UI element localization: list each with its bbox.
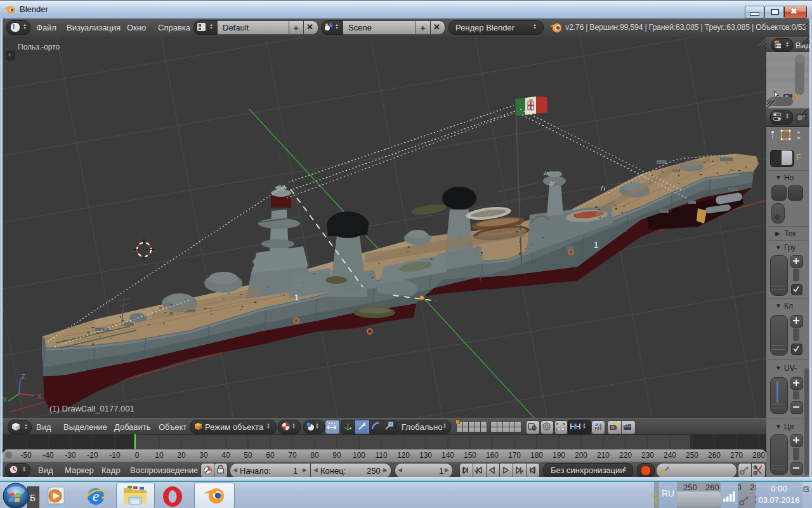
svg-text:-10: -10 <box>109 451 121 460</box>
svg-text:-20: -20 <box>87 451 98 460</box>
svg-text:230: 230 <box>641 451 654 460</box>
svg-text:250: 250 <box>686 451 698 460</box>
svg-text:170: 170 <box>508 451 521 460</box>
svg-text:180: 180 <box>530 451 543 460</box>
svg-text:10: 10 <box>155 451 164 460</box>
svg-text:100: 100 <box>353 451 365 460</box>
svg-text:260: 260 <box>708 451 721 460</box>
svg-text:Y: Y <box>3 396 8 403</box>
svg-text:80: 80 <box>310 451 319 460</box>
svg-text:130: 130 <box>419 451 432 460</box>
svg-text:190: 190 <box>553 451 565 460</box>
svg-text:30: 30 <box>199 451 208 460</box>
svg-text:240: 240 <box>664 451 676 460</box>
svg-text:40: 40 <box>221 451 230 460</box>
svg-text:Z: Z <box>21 373 25 380</box>
svg-text:70: 70 <box>288 451 297 460</box>
svg-text:120: 120 <box>397 451 410 460</box>
svg-text:160: 160 <box>486 451 499 460</box>
svg-text:1: 1 <box>294 293 299 302</box>
svg-text:280: 280 <box>752 451 765 460</box>
svg-text:-30: -30 <box>65 451 76 460</box>
svg-text:150: 150 <box>464 451 476 460</box>
svg-text:140: 140 <box>442 451 454 460</box>
svg-text:210: 210 <box>597 451 610 460</box>
svg-text:90: 90 <box>332 451 341 460</box>
svg-text:-40: -40 <box>43 451 54 460</box>
svg-text:200: 200 <box>575 451 587 460</box>
svg-text:1: 1 <box>594 240 598 250</box>
svg-text:50: 50 <box>244 451 252 460</box>
svg-text:60: 60 <box>266 451 275 460</box>
svg-text:110: 110 <box>375 451 387 460</box>
svg-text:220: 220 <box>619 451 632 460</box>
svg-text:270: 270 <box>730 451 743 460</box>
svg-text:X: X <box>37 392 42 400</box>
svg-text:20: 20 <box>177 451 186 460</box>
svg-text:-50: -50 <box>20 451 32 460</box>
svg-text:0: 0 <box>135 451 140 460</box>
